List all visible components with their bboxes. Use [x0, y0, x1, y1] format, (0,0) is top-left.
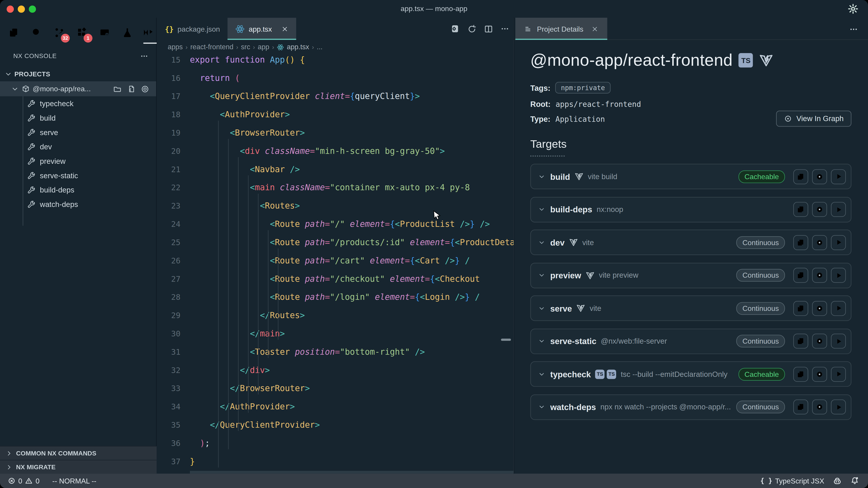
code-line-25[interactable]: 25 <Route path="/products/:id" element={… — [157, 233, 514, 252]
folder-icon[interactable] — [113, 84, 122, 93]
activity-search-icon[interactable] — [28, 23, 45, 42]
run-target-button[interactable] — [831, 268, 846, 283]
sidebar-target-serve-static[interactable]: serve-static — [0, 168, 156, 183]
code-line-32[interactable]: 32 </div> — [157, 361, 514, 380]
code-line-17[interactable]: 17 <QueryClientProvider client={queryCli… — [157, 88, 514, 106]
code-area[interactable]: 15export function App() {16 return (17 <… — [157, 54, 514, 474]
sidebar-section-nx-migrate[interactable]: NX MIGRATE — [0, 460, 157, 474]
sidebar-target-preview[interactable]: preview — [0, 154, 156, 168]
breadcrumb-item[interactable]: app — [258, 43, 269, 51]
view-target-button[interactable] — [812, 366, 827, 381]
split-editor-icon[interactable] — [484, 24, 493, 34]
code-line-21[interactable]: 21 <Navbar /> — [157, 160, 514, 179]
code-line-38[interactable]: 38 — [157, 471, 514, 474]
tab-project-details[interactable]: Project Details — [515, 18, 607, 40]
run-target-button[interactable] — [831, 399, 846, 414]
run-target-button[interactable] — [831, 334, 846, 349]
target-card-dev[interactable]: devviteContinuous — [530, 230, 851, 255]
activity-nx-console-icon[interactable] — [142, 23, 158, 42]
chevron-down-icon[interactable] — [538, 173, 545, 180]
code-line-28[interactable]: 28 <Route path="/login" element={<Login … — [157, 288, 514, 306]
code-line-29[interactable]: 29 </Routes> — [157, 306, 514, 325]
problems-indicator[interactable]: 0 0 — [8, 477, 39, 485]
view-target-button[interactable] — [812, 301, 827, 316]
copy-command-button[interactable] — [793, 301, 808, 316]
breadcrumb-item[interactable]: app.tsx — [287, 43, 309, 51]
target-card-serve-static[interactable]: serve-static@nx/web:file-serverContinuou… — [530, 328, 851, 354]
sidebar-target-typecheck[interactable]: typecheck — [0, 96, 156, 111]
sidebar-target-build[interactable]: build — [0, 111, 156, 125]
code-line-36[interactable]: 36 ); — [157, 434, 514, 453]
activity-extensions-icon[interactable]: 1 — [74, 23, 90, 42]
run-target-button[interactable] — [831, 301, 846, 316]
chevron-down-icon[interactable] — [538, 239, 545, 246]
run-target-button[interactable] — [831, 366, 846, 381]
code-line-19[interactable]: 19 <BrowserRouter> — [157, 124, 514, 142]
sidebar-target-dev[interactable]: dev — [0, 139, 156, 154]
panel-more-actions-icon[interactable] — [849, 25, 858, 34]
code-line-16[interactable]: 16 return ( — [157, 69, 514, 88]
nx-run-target-icon[interactable] — [450, 24, 460, 34]
sidebar-item-project-mono-app[interactable]: @mono-app/rea... — [0, 81, 156, 96]
view-target-button[interactable] — [812, 202, 827, 217]
target-card-build-deps[interactable]: build-depsnx:noop — [530, 197, 851, 222]
code-line-15[interactable]: 15export function App() { — [157, 54, 514, 69]
settings-gear-icon[interactable] — [847, 3, 859, 14]
code-line-27[interactable]: 27 <Route path="/checkout" element={<Che… — [157, 270, 514, 288]
sidebar-more-actions-icon[interactable] — [140, 52, 149, 60]
target-card-serve[interactable]: serveviteContinuous — [530, 295, 851, 321]
run-target-button[interactable] — [831, 235, 846, 250]
copilot-icon[interactable] — [833, 476, 842, 486]
close-panel-icon[interactable] — [591, 25, 598, 32]
tab-package-json[interactable]: {} package.json — [157, 18, 228, 40]
view-target-button[interactable] — [812, 334, 827, 349]
breadcrumb-item[interactable]: ... — [317, 43, 322, 51]
notifications-bell-icon[interactable] — [850, 477, 859, 485]
view-in-graph-button[interactable]: View In Graph — [776, 111, 851, 127]
code-line-22[interactable]: 22 <main className="container mx-auto px… — [157, 179, 514, 197]
sidebar-item-projects[interactable]: PROJECTS — [0, 68, 156, 81]
activity-remote-icon[interactable] — [96, 23, 113, 42]
sidebar-section-common-nx-commands[interactable]: COMMON NX COMMANDS — [0, 446, 157, 460]
sidebar-target-serve[interactable]: serve — [0, 125, 156, 139]
goto-config-file-icon[interactable] — [127, 84, 135, 93]
chevron-down-icon[interactable] — [538, 271, 545, 279]
view-target-button[interactable] — [812, 268, 827, 283]
code-line-26[interactable]: 26 <Route path="/cart" element={<Cart />… — [157, 252, 514, 270]
tab-app-tsx[interactable]: app.tsx — [228, 18, 296, 40]
code-line-33[interactable]: 33 </BrowserRouter> — [157, 380, 514, 398]
code-line-34[interactable]: 34 </AuthProvider> — [157, 398, 514, 416]
sidebar-target-watch-deps[interactable]: watch-deps — [0, 197, 156, 212]
close-tab-icon[interactable] — [281, 25, 289, 32]
chevron-down-icon[interactable] — [538, 403, 545, 411]
refresh-icon[interactable] — [467, 24, 477, 34]
copy-command-button[interactable] — [793, 334, 808, 349]
chevron-down-icon[interactable] — [538, 337, 545, 345]
view-target-button[interactable] — [812, 169, 827, 184]
copy-command-button[interactable] — [793, 268, 808, 283]
vim-mode-indicator[interactable]: -- NORMAL -- — [52, 477, 96, 485]
copy-command-button[interactable] — [793, 169, 808, 184]
chevron-down-icon[interactable] — [538, 206, 545, 213]
breadcrumb-item[interactable]: react-frontend — [190, 43, 234, 51]
copy-command-button[interactable] — [793, 399, 808, 414]
view-target-button[interactable] — [812, 235, 827, 250]
copy-command-button[interactable] — [793, 366, 808, 381]
code-line-35[interactable]: 35 </QueryClientProvider> — [157, 416, 514, 434]
copy-command-button[interactable] — [793, 202, 808, 217]
run-target-button[interactable] — [831, 169, 846, 184]
target-card-typecheck[interactable]: typecheckTSTStsc --build --emitDeclarati… — [530, 361, 851, 387]
breadcrumb-item[interactable]: src — [241, 43, 250, 51]
code-line-20[interactable]: 20 <div className="min-h-screen bg-gray-… — [157, 142, 514, 160]
target-icon[interactable] — [141, 84, 149, 93]
code-line-30[interactable]: 30 </main> — [157, 325, 514, 343]
scrollbar-handle[interactable] — [501, 339, 511, 341]
breadcrumb-item[interactable]: apps — [168, 43, 183, 51]
code-line-24[interactable]: 24 <Route path="/" element={<ProductList… — [157, 215, 514, 234]
code-line-18[interactable]: 18 <AuthProvider> — [157, 106, 514, 124]
activity-testing-icon[interactable] — [119, 23, 135, 42]
sidebar-target-build-deps[interactable]: build-deps — [0, 183, 156, 197]
code-line-37[interactable]: 37} — [157, 453, 514, 471]
target-card-watch-deps[interactable]: watch-depsnpx nx watch --projects @mono-… — [530, 394, 851, 420]
code-line-31[interactable]: 31 <Toaster position="bottom-right" /> — [157, 343, 514, 361]
